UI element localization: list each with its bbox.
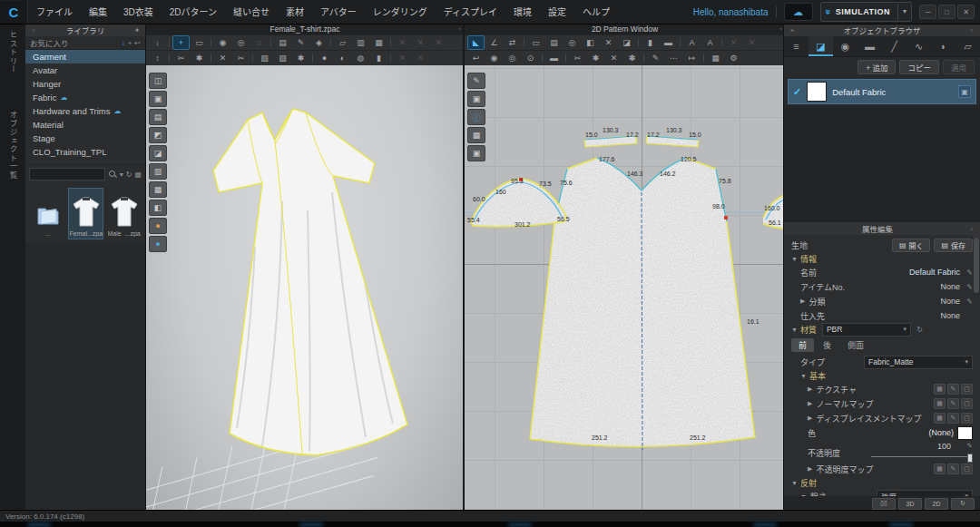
view-mode-icon[interactable]: ▦ xyxy=(134,171,142,179)
viewport-3d-canvas[interactable]: ◫▣▤◩◪▥▦◧●● xyxy=(146,65,464,511)
pencil-icon[interactable]: ✎ xyxy=(964,268,973,277)
menu-item-ディスプレイ[interactable]: ディスプレイ xyxy=(436,1,505,24)
avatar-display-icon[interactable]: ● xyxy=(149,218,167,234)
stitch-display-2d-icon[interactable]: ✎ xyxy=(467,73,485,89)
circle-tool-icon[interactable]: ◎ xyxy=(564,35,581,50)
seam-allowance-icon[interactable]: ⋯ xyxy=(665,51,682,65)
stress-map-icon[interactable]: ◪ xyxy=(149,145,167,161)
steam-iron-icon[interactable]: ▬ xyxy=(545,51,563,65)
map-option-icon[interactable]: ▦ xyxy=(934,464,946,474)
edit-pattern-icon[interactable]: ∠ xyxy=(485,35,503,50)
sew-detach-icon[interactable]: ✂ xyxy=(232,51,250,65)
map-option-icon[interactable]: ✎ xyxy=(947,413,959,424)
select-box-icon[interactable]: ▭ xyxy=(191,35,208,50)
map-option-icon[interactable]: ▦ xyxy=(934,413,946,424)
garment-texture-mode-icon[interactable]: ▤ xyxy=(149,109,167,125)
cut-and-sew-icon[interactable]: ▮ xyxy=(642,35,659,50)
tab-puckering[interactable]: ∿ xyxy=(906,36,931,56)
select-move-icon[interactable]: + xyxy=(172,35,190,50)
garment-display-icon[interactable]: ▣ xyxy=(149,91,167,107)
pattern-2d-canvas[interactable]: ✎▣ⓘ▦▣ xyxy=(465,65,785,511)
surface-tab-前[interactable]: 前 xyxy=(791,338,814,352)
search-filter-caret-icon[interactable]: ▾ xyxy=(120,171,123,179)
panel-add-icon[interactable]: + xyxy=(788,26,797,34)
tab-fabric[interactable]: ◪ xyxy=(808,36,833,56)
tab-trim[interactable]: ▱ xyxy=(956,36,980,56)
menu-item-編集[interactable]: 編集 xyxy=(81,1,115,24)
pin-create-icon[interactable]: ◎ xyxy=(232,35,250,50)
pin-remove-icon[interactable]: ◌ xyxy=(250,35,268,50)
reflection-section-header[interactable]: ▼反射 xyxy=(784,476,980,489)
panel-collapse-icon[interactable]: ▫ xyxy=(29,26,38,34)
map-option-icon[interactable]: ✎ xyxy=(947,398,959,409)
lock-patterns-icon[interactable]: ▣ xyxy=(467,145,485,161)
popout-icon[interactable]: ▫ xyxy=(967,26,976,34)
save-fabric-button[interactable]: ▤保存 xyxy=(934,239,973,252)
library-item-Fabric[interactable]: Fabric☁ xyxy=(25,91,145,104)
solidify-icon[interactable]: ● xyxy=(316,51,333,65)
fit-map-icon[interactable]: ▦ xyxy=(149,181,167,198)
open-fabric-button[interactable]: ▤開く xyxy=(892,239,931,252)
sew-segment-2d-icon[interactable]: ✂ xyxy=(569,51,586,65)
annotation-text-icon[interactable]: A xyxy=(701,35,719,50)
print-layout-icon[interactable]: ⚙ xyxy=(725,51,742,65)
dart-tool-icon[interactable]: ◧ xyxy=(582,35,599,50)
tack-2d-icon[interactable]: ⊙ xyxy=(522,51,539,65)
lock-icon[interactable]: ▣ xyxy=(958,85,971,98)
pin-drag-icon[interactable]: ◉ xyxy=(214,35,231,50)
map-row-ノーマルマップ[interactable]: ▶ノーマルマップ▦✎▢ xyxy=(784,396,980,411)
show-3d-button[interactable]: 3D xyxy=(898,498,922,510)
strain-map-icon[interactable]: ▥ xyxy=(149,163,167,180)
menu-item-2Dパターン[interactable]: 2Dパターン xyxy=(162,1,225,24)
gizmo-reset-icon[interactable]: ↓ xyxy=(149,35,166,50)
mannequin-icon[interactable]: ▮ xyxy=(370,51,387,65)
copy-fabric-button[interactable]: コピー xyxy=(899,60,939,74)
type-dropdown[interactable]: Fabric_Matte▾ xyxy=(864,356,973,369)
map-option-icon[interactable]: ▢ xyxy=(961,464,973,474)
grading-tool-icon[interactable]: ↦ xyxy=(683,51,701,65)
map-row-テクスチャ[interactable]: ▶テクスチャ▦✎▢ xyxy=(784,382,980,396)
polygon-tool-icon[interactable]: ▭ xyxy=(527,35,544,50)
apply-fabric-button[interactable]: 適用 xyxy=(943,60,975,74)
environment-globe-icon[interactable]: ● xyxy=(149,236,167,252)
map-option-icon[interactable]: ▢ xyxy=(961,384,973,395)
mesh-display-2d-icon[interactable]: ▦ xyxy=(467,127,485,143)
library-item-Avatar[interactable]: Avatar xyxy=(25,63,145,77)
pin-2d-icon[interactable]: ◉ xyxy=(485,51,503,65)
menu-item-3D衣装[interactable]: 3D衣装 xyxy=(115,1,162,24)
maximize-icon[interactable]: □ xyxy=(938,5,956,19)
fold-garment-icon[interactable]: ▨ xyxy=(274,51,291,65)
popout-icon[interactable]: ▫ xyxy=(459,25,461,32)
tape-measure-icon[interactable]: ◈ xyxy=(310,35,328,50)
fold-arrangement-icon[interactable]: ▱ xyxy=(334,35,351,50)
pen-2d-icon[interactable]: ✎ xyxy=(647,51,664,65)
opacity-map-row[interactable]: ▶不透明度マップ ▦✎▢ xyxy=(784,462,980,476)
menu-item-環境[interactable]: 環境 xyxy=(505,1,540,24)
color-swatch[interactable] xyxy=(957,426,973,440)
back-icon[interactable]: ↩ xyxy=(134,39,141,47)
wind-garment-icon[interactable]: ▧ xyxy=(256,51,273,65)
sew-remove-icon[interactable]: ✕ xyxy=(214,51,231,65)
surface-tab-後[interactable]: 後 xyxy=(816,338,838,352)
fabric-list-item[interactable]: ✓ Default Fabric ▣ xyxy=(788,79,976,104)
menu-item-縫い合せ[interactable]: 縫い合せ xyxy=(225,1,278,24)
freeze-icon[interactable]: ◍ xyxy=(352,51,369,65)
opacity-slider[interactable] xyxy=(871,453,973,461)
menu-item-設定[interactable]: 設定 xyxy=(540,1,574,24)
library-item-Stage[interactable]: Stage xyxy=(25,132,145,145)
search-input[interactable] xyxy=(29,168,105,181)
avatar-walk-icon[interactable]: ↕ xyxy=(149,51,166,65)
refresh-button[interactable]: ↻ xyxy=(951,498,975,510)
pattern-info-icon[interactable]: ⓘ xyxy=(467,109,485,125)
menu-item-ファイル[interactable]: ファイル xyxy=(28,1,81,24)
tab-topstitch[interactable]: ▬ xyxy=(858,36,882,56)
pencil-icon[interactable]: ✎ xyxy=(964,283,973,291)
vertical-tab-ヒストリー[interactable]: ヒストリー xyxy=(7,31,18,74)
library-item-Hardware and Trims[interactable]: Hardware and Trims☁ xyxy=(25,104,145,118)
search-icon[interactable] xyxy=(108,170,117,179)
minimize-icon[interactable]: ─ xyxy=(919,5,936,19)
thumbnail-Male_...zpac[interactable]: Male_...zpac xyxy=(107,189,141,239)
tab-scene-list[interactable]: ≡ xyxy=(784,36,808,56)
texture-editor-icon[interactable]: ▦ xyxy=(707,51,724,65)
map-option-icon[interactable]: ▢ xyxy=(961,398,973,409)
